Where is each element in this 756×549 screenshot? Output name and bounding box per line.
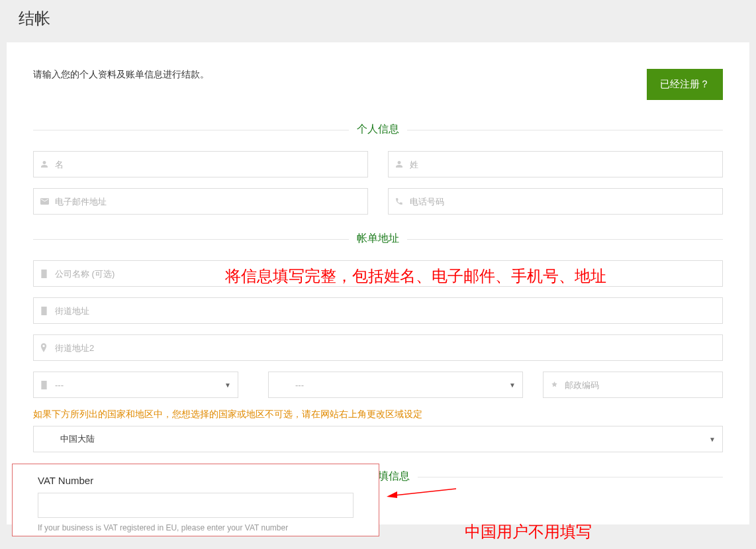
already-registered-button[interactable]: 已经注册？	[647, 69, 723, 100]
last-name-input[interactable]	[410, 152, 716, 177]
section-billing-header: 帐单地址	[33, 232, 723, 246]
street-input[interactable]	[55, 298, 716, 323]
street2-field-wrap	[33, 334, 723, 361]
building-icon	[40, 270, 55, 278]
chevron-down-icon: ▼	[709, 436, 716, 443]
building-icon	[40, 307, 55, 315]
section-personal-label: 个人信息	[349, 123, 407, 134]
first-name-input[interactable]	[55, 152, 361, 177]
person-icon	[395, 160, 410, 168]
map-marker-icon	[40, 343, 55, 352]
section-personal-header: 个人信息	[33, 123, 723, 136]
email-input[interactable]	[55, 189, 361, 214]
intro-text: 请输入您的个人资料及账单信息进行结款。	[33, 69, 209, 81]
chevron-down-icon: ▼	[509, 381, 516, 389]
city-select[interactable]: --- ▼	[33, 372, 238, 398]
street2-input[interactable]	[55, 335, 716, 360]
last-name-field-wrap	[388, 151, 723, 177]
state-select-value: ---	[275, 380, 509, 390]
company-field-wrap	[33, 260, 723, 287]
phone-field-wrap	[388, 188, 723, 215]
section-billing-label: 帐单地址	[349, 232, 407, 244]
building-icon	[40, 381, 55, 389]
person-icon	[40, 160, 55, 168]
country-hint: 如果下方所列出的国家和地区中，您想选择的国家或地区不可选，请在网站右上角更改区域…	[33, 409, 723, 421]
vat-number-section: VAT Number If your business is VAT regis…	[12, 464, 379, 536]
page-title: 结帐	[0, 0, 756, 42]
checkout-card: 请输入您的个人资料及账单信息进行结款。 已经注册？ 个人信息	[7, 42, 749, 524]
postcode-input[interactable]	[565, 372, 716, 397]
city-select-value: ---	[55, 380, 224, 390]
country-select-value: 中国大陆	[40, 433, 709, 445]
vat-input[interactable]	[38, 493, 354, 518]
country-select[interactable]: 中国大陆 ▼	[33, 426, 723, 452]
envelope-icon	[40, 198, 55, 205]
postcode-field-wrap	[543, 372, 723, 398]
annotation-china-skip: 中国用户不用填写	[465, 521, 592, 542]
company-input[interactable]	[55, 261, 716, 286]
first-name-field-wrap	[33, 151, 368, 177]
vat-help-text: If your business is VAT registered in EU…	[38, 523, 354, 532]
street-field-wrap	[33, 297, 723, 324]
certificate-icon	[550, 381, 565, 389]
phone-icon	[395, 197, 410, 205]
state-select[interactable]: --- ▼	[268, 372, 523, 398]
vat-label: VAT Number	[38, 475, 354, 486]
chevron-down-icon: ▼	[224, 381, 231, 389]
email-field-wrap	[33, 188, 368, 215]
phone-input[interactable]	[410, 189, 716, 214]
